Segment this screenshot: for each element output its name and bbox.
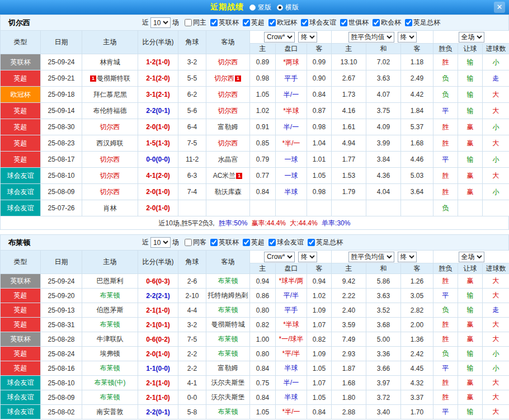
handicap-odds-select-group: Crow*终 — [250, 251, 332, 263]
cell-avg-away: 5.37 — [401, 119, 433, 135]
cell-result: 胜 — [433, 119, 458, 135]
cell-odds-home — [250, 200, 276, 216]
cell-away-team: 切尔西 — [206, 87, 250, 103]
match-row: 英超25-08-24埃弗顿2-0(1-0)2-2布莱顿0.80*平/半1.092… — [1, 347, 509, 361]
close-icon[interactable]: ✕ — [494, 2, 505, 13]
checkbox-input-英联杯[interactable] — [210, 239, 218, 246]
filter-checkbox-世俱杯[interactable]: 世俱杯 — [340, 18, 369, 27]
filter-checkbox-英联杯[interactable]: 英联杯 — [210, 238, 239, 247]
checkbox-input-同客[interactable] — [185, 239, 192, 246]
cell-score: 2-0(1-0) — [138, 184, 178, 200]
cell-competition-type: 英联杯 — [1, 54, 41, 70]
match-filters: 近10场同主英联杯英超欧冠杯球会友谊世俱杯欧会杯英足总杯 — [140, 17, 440, 28]
cell-corners: 5-8 — [178, 405, 206, 419]
cell-date: 25-08-17 — [41, 152, 82, 168]
cell-avg-draw: 3.63 — [366, 289, 401, 303]
filter-checkbox-球会友谊[interactable]: 球会友谊 — [268, 238, 304, 247]
home-team-name: 布莱顿 — [100, 291, 120, 299]
home-team-name: 切尔西 — [100, 155, 120, 163]
cell-avg-draw: 3.63 — [366, 70, 401, 87]
cell-home-team: 伯恩茅斯 — [82, 303, 138, 318]
checkbox-input-球会友谊[interactable] — [268, 239, 276, 246]
checkbox-input-欧会杯[interactable] — [373, 19, 380, 26]
away-team-name: 切尔西 — [214, 74, 234, 82]
checkbox-label: 英超 — [251, 238, 265, 247]
filter-checkbox-欧会杯[interactable]: 欧会杯 — [373, 18, 401, 27]
checkbox-input-球会友谊[interactable] — [301, 19, 308, 26]
cell-avg-away: 4.32 — [401, 376, 433, 390]
cell-competition-type: 英联杯 — [1, 274, 41, 289]
cell-avg-away: 2.00 — [401, 318, 433, 332]
cell-result: 平 — [433, 103, 458, 119]
checkbox-input-英足总杯[interactable] — [405, 19, 412, 26]
cell-home-team: 埃弗顿 — [82, 347, 138, 361]
layout-vertical-label[interactable]: 竖版 — [258, 3, 271, 12]
col-header-avg_draw: 和 — [366, 263, 401, 274]
odds-source-select[interactable]: Crow* — [264, 32, 295, 43]
cell-date: 25-08-24 — [41, 347, 82, 361]
cell-date: 25-08-28 — [41, 332, 82, 347]
cell-result: 平 — [433, 405, 458, 419]
col-header-odds_handicap: 盘口 — [276, 263, 307, 274]
avg-source-select[interactable]: 胜平负均值 — [348, 32, 394, 43]
layout-vertical-radio[interactable] — [249, 4, 256, 11]
odds-source-select[interactable]: Crow* — [264, 252, 295, 262]
checkbox-input-英超[interactable] — [243, 19, 250, 26]
layout-horizontal-label[interactable]: 横版 — [285, 3, 299, 12]
filter-checkbox-英超[interactable]: 英超 — [243, 238, 265, 247]
cell-date: 25-09-13 — [41, 303, 82, 318]
home-team-name: 布莱顿 — [100, 320, 120, 328]
scope-select[interactable]: 全场 — [459, 32, 484, 43]
cell-avg-away: 5.03 — [401, 168, 433, 184]
team-section-2: 布莱顿近10场同客英联杯英超球会友谊英足总杯类型日期主场比分(半场)角球客场Cr… — [0, 234, 509, 419]
checkbox-input-英足总杯[interactable] — [308, 239, 315, 246]
avg-time-select[interactable]: 终 — [398, 252, 417, 262]
cell-handicap-result: 输 — [458, 361, 483, 376]
col-header-goals: 进球数 — [483, 263, 509, 274]
filter-checkbox-欧冠杯[interactable]: 欧冠杯 — [268, 18, 297, 27]
cell-corners — [178, 200, 206, 216]
cell-avg-home: 3.59 — [332, 318, 366, 332]
cell-home-team: 布莱顿(中) — [82, 376, 138, 390]
cell-handicap: 半/一 — [276, 376, 307, 390]
summary-segment: 胜率:50% — [219, 219, 249, 227]
checkbox-input-欧冠杯[interactable] — [268, 19, 276, 26]
avg-source-select[interactable]: 胜平负均值 — [348, 252, 394, 262]
filter-checkbox-同客[interactable]: 同客 — [185, 238, 206, 247]
away-team-name: 布莱顿 — [218, 350, 238, 357]
away-team-name: 曼彻斯特城 — [211, 320, 245, 328]
checkbox-input-同主[interactable] — [185, 19, 192, 26]
scope-select[interactable]: 全场 — [459, 252, 484, 262]
checkbox-label: 英足总杯 — [316, 238, 343, 247]
cell-away-team: 富勒姆 — [206, 361, 250, 376]
col-header-result: 胜负 — [433, 44, 458, 54]
cell-away-team: 切尔西 — [206, 103, 250, 119]
cell-away-team — [206, 200, 250, 216]
odds-time-select[interactable]: 终 — [298, 252, 317, 262]
checkbox-input-世俱杯[interactable] — [340, 19, 347, 26]
cell-result: 胜 — [433, 168, 458, 184]
avg-time-select[interactable]: 终 — [398, 32, 417, 43]
cell-competition-type: 英超 — [1, 103, 41, 119]
filter-checkbox-英超[interactable]: 英超 — [243, 18, 265, 27]
filter-checkbox-同主[interactable]: 同主 — [185, 18, 206, 27]
cell-score: 2-1(1-0) — [138, 376, 178, 390]
match-row: 英超25-09-13伯恩茅斯2-1(1-0)4-4布莱顿0.80平手1.092.… — [1, 303, 509, 318]
filter-checkbox-球会友谊[interactable]: 球会友谊 — [301, 18, 336, 27]
match-count-select[interactable]: 10 — [150, 237, 171, 248]
cell-score: 2-1(0-1) — [138, 318, 178, 332]
filter-checkbox-英联杯[interactable]: 英联杯 — [210, 18, 239, 27]
cell-score: 1-5(1-3) — [138, 135, 178, 152]
layout-horizontal-radio[interactable] — [277, 4, 283, 11]
filter-checkbox-英足总杯[interactable]: 英足总杯 — [308, 238, 343, 247]
checkbox-input-英超[interactable] — [243, 239, 250, 246]
cell-avg-home — [332, 200, 366, 216]
cell-handicap: 半球 — [276, 184, 307, 200]
match-count-select[interactable]: 10 — [150, 17, 171, 28]
odds-time-select[interactable]: 终 — [298, 32, 317, 43]
cell-away-team: 布莱顿 — [206, 347, 250, 361]
cell-corners: 6-2 — [178, 87, 206, 103]
away-team-name: 布莱顿 — [218, 335, 238, 343]
filter-checkbox-英足总杯[interactable]: 英足总杯 — [405, 18, 440, 27]
checkbox-input-英联杯[interactable] — [210, 19, 218, 26]
